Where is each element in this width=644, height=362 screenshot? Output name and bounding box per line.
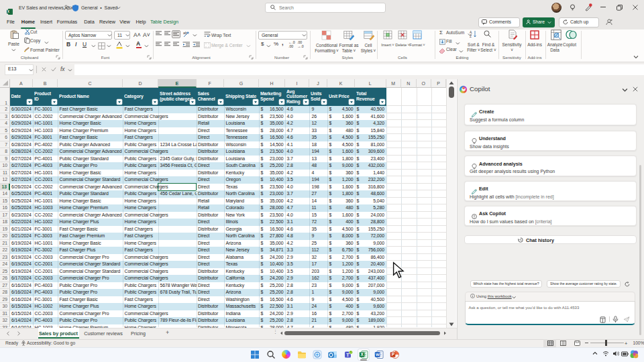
svg-text:P: P [392, 352, 395, 357]
svg-text:W: W [376, 352, 380, 357]
svg-text:ab: ab [183, 31, 187, 35]
svg-text:Z: Z [470, 34, 472, 38]
svg-text:o: o [68, 5, 70, 8]
svg-text:X: X [361, 352, 364, 357]
